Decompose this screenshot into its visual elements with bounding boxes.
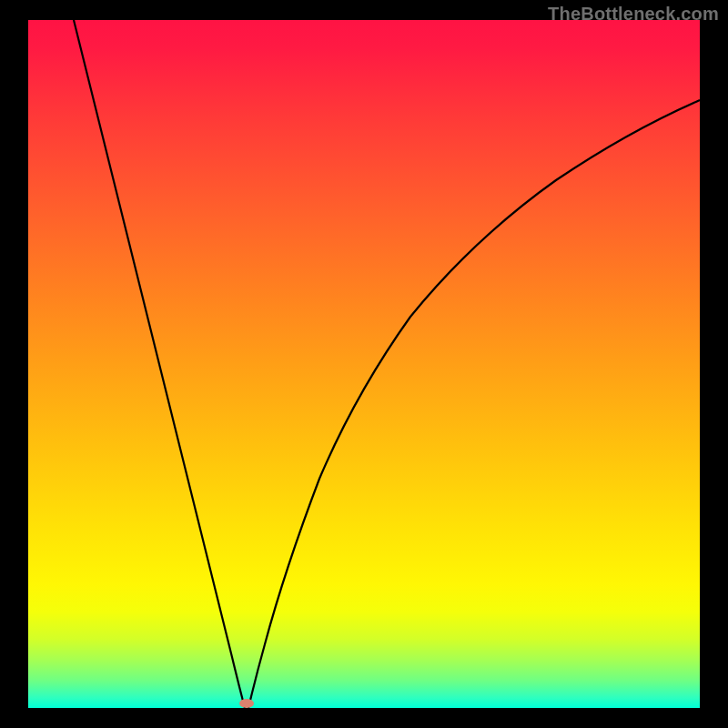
curve-right-branch	[248, 100, 700, 708]
curve-overlay	[28, 20, 700, 708]
watermark-text: TheBottleneck.com	[548, 4, 719, 25]
image-frame: TheBottleneck.com	[0, 0, 728, 728]
bottom-marker	[239, 699, 254, 708]
curve-left-branch	[74, 20, 245, 708]
